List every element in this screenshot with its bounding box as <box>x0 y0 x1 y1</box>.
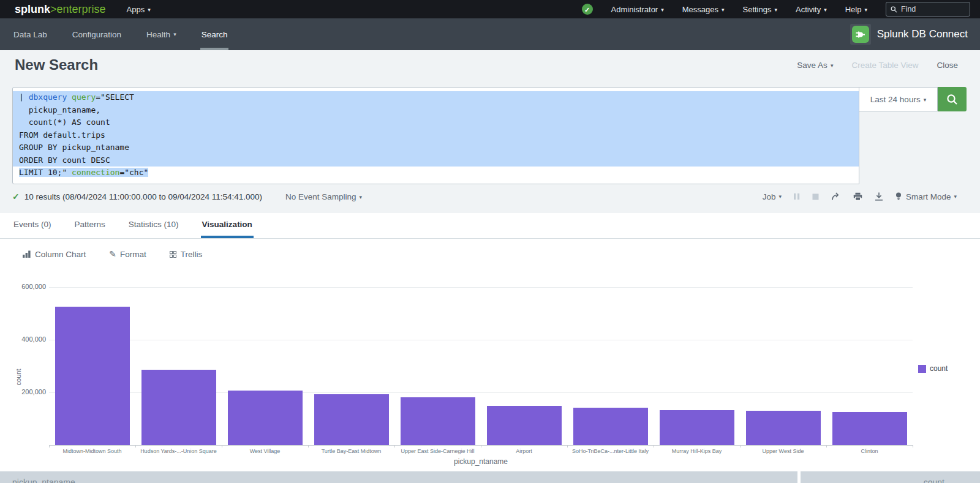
tab-events[interactable]: Events (0) <box>12 213 53 238</box>
x-tick-label: Clinton <box>826 448 913 454</box>
export-icon[interactable] <box>875 192 883 201</box>
tab-statistics-label: Statistics (10) <box>129 220 179 229</box>
apps-menu[interactable]: Apps <box>127 5 151 14</box>
nav-item-data-lab[interactable]: Data Lab <box>12 18 48 50</box>
tab-patterns[interactable]: Patterns <box>74 213 107 238</box>
health-status-icon[interactable] <box>582 4 593 15</box>
settings-menu[interactable]: Settings <box>743 5 778 14</box>
query-line: LIMIT 10;" connection="chc" <box>13 167 859 179</box>
query-line: | dbxquery query="SELECT <box>13 91 859 104</box>
x-tick-mark <box>394 445 395 447</box>
pencil-icon: ✎ <box>109 249 116 259</box>
event-sampling-menu[interactable]: No Event Sampling <box>285 192 362 201</box>
column-header-pickup-ntaname[interactable]: pickup_ntaname <box>0 471 797 483</box>
x-tick-label: Upper West Side <box>740 448 826 454</box>
settings-menu-label: Settings <box>743 5 772 14</box>
search-submit-button[interactable] <box>938 87 967 111</box>
query-line: FROM default.trips <box>13 129 859 142</box>
apps-menu-label: Apps <box>127 5 145 14</box>
success-check-icon <box>12 191 20 202</box>
statistics-table-header: pickup_ntaname count <box>0 471 980 483</box>
time-range-picker[interactable]: Last 24 hours <box>859 87 938 111</box>
x-tick-label: West Village <box>222 448 308 454</box>
search-mode-menu[interactable]: Smart Mode <box>895 192 957 201</box>
help-menu-label: Help <box>845 5 862 14</box>
splunk-db-connect-page: splunk>enterprise Apps Administrator Mes… <box>0 0 980 483</box>
trellis-label: Trellis <box>181 250 203 259</box>
nav-item-health[interactable]: Health <box>145 18 178 50</box>
tab-visualization-label: Visualization <box>202 220 252 229</box>
help-menu[interactable]: Help <box>845 5 867 14</box>
tab-events-label: Events (0) <box>13 220 51 229</box>
search-query-input[interactable]: | dbxquery query="SELECT pickup_ntaname,… <box>12 87 859 184</box>
tab-patterns-label: Patterns <box>75 220 105 229</box>
chart-bar[interactable] <box>573 408 648 445</box>
event-sampling-label: No Event Sampling <box>285 192 356 201</box>
nav-configuration-label: Configuration <box>72 30 121 39</box>
share-job-icon[interactable] <box>831 192 841 201</box>
x-tick-mark <box>222 445 222 447</box>
lightbulb-icon <box>895 192 902 201</box>
x-tick-label: Airport <box>481 448 567 454</box>
page-title: New Search <box>15 56 98 73</box>
x-tick-mark <box>49 445 50 447</box>
y-tick-label: 600,000 <box>0 283 46 290</box>
search-icon <box>946 94 958 105</box>
x-tick-mark <box>481 445 481 447</box>
nav-data-lab-label: Data Lab <box>13 30 47 39</box>
x-tick-mark <box>740 445 741 447</box>
gridline <box>49 287 913 288</box>
stop-job-icon <box>812 193 819 200</box>
search-query-text: | dbxquery query="SELECT pickup_ntaname,… <box>13 91 859 179</box>
x-tick-mark <box>308 445 309 447</box>
chart-bar[interactable] <box>314 394 389 445</box>
format-button[interactable]: ✎ Format <box>109 249 146 259</box>
close-button[interactable]: Close <box>937 61 958 70</box>
nav-item-search[interactable]: Search <box>200 18 229 50</box>
db-connect-app-icon[interactable] <box>850 24 871 45</box>
trellis-grid-icon <box>170 251 176 258</box>
administrator-menu-label: Administrator <box>611 5 658 14</box>
chart-bar[interactable] <box>401 397 475 445</box>
chart-bar[interactable] <box>141 370 216 445</box>
x-axis-title: pickup_ntaname <box>49 457 913 466</box>
save-as-label: Save As <box>797 61 827 70</box>
chart-legend[interactable]: count <box>918 364 948 373</box>
activity-menu[interactable]: Activity <box>796 5 827 14</box>
job-menu-label: Job <box>763 192 776 201</box>
x-tick-label: Turtle Bay-East Midtown <box>308 448 394 454</box>
results-tabs: Events (0) Patterns Statistics (10) Visu… <box>0 213 980 239</box>
print-icon[interactable] <box>853 192 862 201</box>
find-search-input[interactable]: Find <box>886 2 970 17</box>
tab-statistics[interactable]: Statistics (10) <box>127 213 180 238</box>
chart-bar[interactable] <box>55 307 130 445</box>
query-line: count(*) AS count <box>13 116 859 129</box>
trellis-button[interactable]: Trellis <box>170 250 203 259</box>
chart-bar[interactable] <box>487 406 562 445</box>
job-menu[interactable]: Job <box>763 192 782 201</box>
query-line: pickup_ntaname, <box>13 104 859 117</box>
query-line: GROUP BY pickup_ntaname <box>13 141 859 154</box>
column-header-count[interactable]: count <box>801 471 980 483</box>
column-chart: count pickup_ntaname count 200,000400,00… <box>0 269 980 471</box>
nav-item-configuration[interactable]: Configuration <box>71 18 123 50</box>
splunk-enterprise-logo[interactable]: splunk>enterprise <box>15 3 106 16</box>
administrator-menu[interactable]: Administrator <box>611 5 664 14</box>
chart-bar[interactable] <box>660 410 734 445</box>
x-tick-label: SoHo-TriBeCa-...nter-Little Italy <box>567 448 654 454</box>
tab-visualization[interactable]: Visualization <box>201 213 254 238</box>
y-tick-label: 400,000 <box>0 335 46 343</box>
visualization-controls: Column Chart ✎ Format Trellis <box>0 239 980 269</box>
chart-bar[interactable] <box>746 411 821 445</box>
x-tick-mark <box>913 445 913 447</box>
save-as-button[interactable]: Save As <box>797 61 833 70</box>
search-icon <box>891 6 897 13</box>
x-tick-mark <box>135 445 136 447</box>
gridline <box>49 340 913 340</box>
chart-bar[interactable] <box>832 412 907 445</box>
format-label: Format <box>120 250 146 259</box>
messages-menu[interactable]: Messages <box>682 5 725 14</box>
chart-type-button[interactable]: Column Chart <box>23 250 86 259</box>
logo-splunk-text: splunk <box>15 3 50 15</box>
chart-bar[interactable] <box>228 391 303 445</box>
